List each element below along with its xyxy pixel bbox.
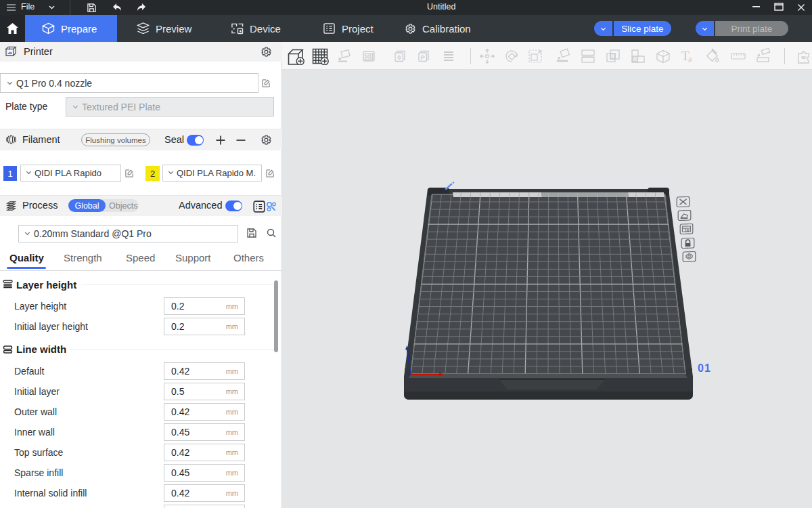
svg-text:a: a bbox=[688, 54, 692, 64]
svg-text:01: 01 bbox=[698, 362, 711, 374]
svg-text:0: 0 bbox=[397, 54, 401, 61]
svg-text:P: P bbox=[421, 54, 425, 61]
